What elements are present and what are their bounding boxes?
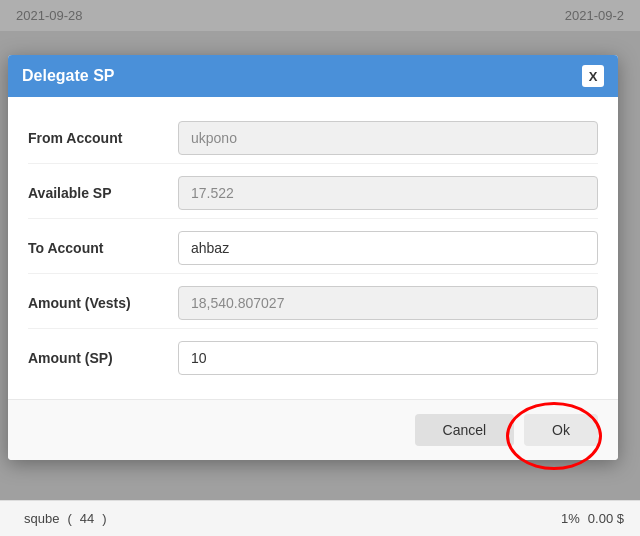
available-sp-input [178,176,598,210]
bottom-user: sqube [24,511,59,526]
from-account-input [178,121,598,155]
delegate-sp-dialog: Delegate SP X From Account Available SP … [8,55,618,460]
bottom-badge-value: 44 [80,511,94,526]
ok-button[interactable]: Ok [524,414,598,446]
bottom-percent: 1% [561,511,580,526]
amount-vests-row: Amount (Vests) [28,278,598,329]
bottom-amount: 0.00 $ [588,511,624,526]
available-sp-label: Available SP [28,185,178,201]
to-account-input[interactable] [178,231,598,265]
available-sp-row: Available SP [28,168,598,219]
amount-vests-label: Amount (Vests) [28,295,178,311]
dialog-header: Delegate SP X [8,55,618,97]
dialog-body: From Account Available SP To Account Amo… [8,97,618,399]
ok-wrapper: Ok [524,414,598,446]
amount-sp-row: Amount (SP) [28,333,598,383]
cancel-button[interactable]: Cancel [415,414,515,446]
amount-sp-label: Amount (SP) [28,350,178,366]
background-bottom-bar: sqube (44) 1% 0.00 $ [0,500,640,536]
to-account-row: To Account [28,223,598,274]
from-account-row: From Account [28,113,598,164]
dialog-footer: Cancel Ok [8,399,618,460]
dialog-close-button[interactable]: X [582,65,604,87]
to-account-label: To Account [28,240,178,256]
bottom-badge: ( [67,511,71,526]
from-account-label: From Account [28,130,178,146]
amount-vests-input [178,286,598,320]
amount-sp-input[interactable] [178,341,598,375]
dialog-title: Delegate SP [22,67,114,85]
